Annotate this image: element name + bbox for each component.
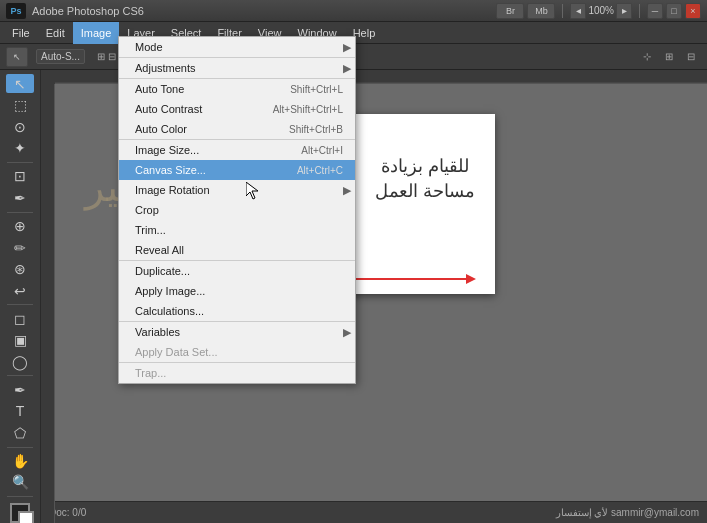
canvas-size-shortcut: Alt+Ctrl+C [297,165,343,176]
zoom-level: 100% [588,5,614,16]
status-bar: Doc: 0/0 sammir@ymail.com لأي إستفسار [41,501,707,523]
tool-marquee[interactable]: ⬚ [6,95,34,114]
auto-tone-label: Auto Tone [135,83,184,95]
tool-eraser[interactable]: ◻ [6,309,34,328]
menu-item-canvas-size[interactable]: Canvas Size... Alt+Ctrl+C [119,160,355,180]
menu-item-auto-contrast[interactable]: Auto Contrast Alt+Shift+Ctrl+L [119,99,355,119]
canvas-text-line1: للقيام بزيادة [375,154,475,179]
menu-image[interactable]: Image [73,22,120,44]
tool-magic-wand[interactable]: ✦ [6,138,34,157]
ext-buttons: Br Mb ◂ 100% ▸ ─ □ × [496,3,701,19]
tool-gradient[interactable]: ▣ [6,330,34,349]
top-icons: ⊹ ⊞ ⊟ [637,48,701,66]
mode-arrow-icon: ▶ [343,41,351,54]
canvas-arabic-text: للقيام بزيادة مساحة العمل [375,154,475,204]
tool-brush[interactable]: ✏ [6,238,34,257]
window-close[interactable]: × [685,3,701,19]
foreground-color[interactable] [10,503,30,523]
menu-item-auto-color[interactable]: Auto Color Shift+Ctrl+B [119,119,355,139]
tool-text[interactable]: T [6,402,34,421]
auto-tone-shortcut: Shift+Ctrl+L [290,84,343,95]
menu-item-adjustments-label: Adjustments [135,62,196,74]
background-color[interactable] [18,511,34,523]
menu-item-trim[interactable]: Trim... [119,220,355,240]
menu-item-crop[interactable]: Crop [119,200,355,220]
image-rotation-arrow-icon: ▶ [343,184,351,197]
menu-file[interactable]: File [4,22,38,44]
tool-separator-5 [7,447,33,448]
menu-section-auto: Auto Tone Shift+Ctrl+L Auto Contrast Alt… [119,79,355,140]
tool-heal[interactable]: ⊕ [6,216,34,235]
menu-item-mode[interactable]: Mode ▶ [119,37,355,57]
auto-select-label: Auto-S... [36,49,85,64]
minibrige-button[interactable]: Mb [527,3,555,19]
image-size-shortcut: Alt+Ctrl+I [301,145,343,156]
zoom-in-button[interactable]: ▸ [616,3,632,19]
auto-contrast-label: Auto Contrast [135,103,202,115]
tool-lasso[interactable]: ⊙ [6,117,34,136]
ruler-corner [41,70,55,84]
zoom-control: ◂ 100% ▸ [570,3,632,19]
canvas-size-label: Canvas Size... [135,164,206,176]
tool-clone[interactable]: ⊛ [6,259,34,278]
move-tool-options[interactable]: ↖ [6,47,28,67]
tool-separator-3 [7,304,33,305]
image-size-label: Image Size... [135,144,199,156]
window-minimize[interactable]: ─ [647,3,663,19]
menu-edit[interactable]: Edit [38,22,73,44]
tool-shape[interactable]: ⬠ [6,423,34,442]
variables-arrow-icon: ▶ [343,326,351,339]
zoom-out-button[interactable]: ◂ [570,3,586,19]
menu-section-operations: Duplicate... Apply Image... Calculations… [119,261,355,322]
tool-history-brush[interactable]: ↩ [6,281,34,300]
menu-item-duplicate[interactable]: Duplicate... [119,261,355,281]
auto-color-shortcut: Shift+Ctrl+B [289,124,343,135]
menu-item-apply-data: Apply Data Set... [119,342,355,362]
duplicate-label: Duplicate... [135,265,190,277]
tool-crop[interactable]: ⊡ [6,167,34,186]
ps-logo: Ps [6,3,26,19]
tool-separator-2 [7,212,33,213]
menu-item-adjustments[interactable]: Adjustments ▶ [119,58,355,78]
menu-section-adjustments: Adjustments ▶ [119,58,355,79]
menu-section-mode: Mode ▶ [119,37,355,58]
apply-image-label: Apply Image... [135,285,205,297]
menu-item-calculations[interactable]: Calculations... [119,301,355,321]
tool-separator-4 [7,375,33,376]
canvas-text-line2: مساحة العمل [375,179,475,204]
tool-separator-6 [7,496,33,497]
bridge-button[interactable]: Br [496,3,524,19]
tool-zoom[interactable]: 🔍 [6,473,34,492]
menu-item-auto-tone[interactable]: Auto Tone Shift+Ctrl+L [119,79,355,99]
reveal-all-label: Reveal All [135,244,184,256]
status-right-text: sammir@ymail.com لأي إستفسار [556,507,700,518]
window-maximize[interactable]: □ [666,3,682,19]
image-rotation-label: Image Rotation [135,184,210,196]
menu-item-trap: Trap... [119,363,355,383]
tool-dodge[interactable]: ◯ [6,352,34,371]
ruler-vertical [41,84,55,523]
menu-item-reveal-all[interactable]: Reveal All [119,240,355,260]
menu-item-variables[interactable]: Variables ▶ [119,322,355,342]
sidebar-toolbar: ↖ ⬚ ⊙ ✦ ⊡ ✒ ⊕ ✏ ⊛ ↩ ◻ ▣ ◯ ✒ T ⬠ ✋ 🔍 [0,70,41,523]
ruler-icon[interactable]: ⊹ [637,48,657,66]
adjustments-arrow-icon: ▶ [343,62,351,75]
contact-text: sammir@ymail.com لأي إستفسار [556,507,700,518]
menu-item-mode-label: Mode [135,41,163,53]
guides-icon[interactable]: ⊞ [659,48,679,66]
calculations-label: Calculations... [135,305,204,317]
trap-label: Trap... [135,367,166,379]
tool-hand[interactable]: ✋ [6,451,34,470]
menu-section-trap: Trap... [119,363,355,383]
menu-section-variables: Variables ▶ Apply Data Set... [119,322,355,363]
menu-item-image-rotation[interactable]: Image Rotation ▶ [119,180,355,200]
tool-eyedropper[interactable]: ✒ [6,188,34,207]
tool-pen[interactable]: ✒ [6,380,34,399]
snap-icon[interactable]: ⊟ [681,48,701,66]
menu-item-apply-image[interactable]: Apply Image... [119,281,355,301]
image-dropdown-menu: Mode ▶ Adjustments ▶ Auto Tone Shift+Ctr… [118,36,356,384]
variables-label: Variables [135,326,180,338]
tool-move[interactable]: ↖ [6,74,34,93]
menu-item-image-size[interactable]: Image Size... Alt+Ctrl+I [119,140,355,160]
auto-contrast-shortcut: Alt+Shift+Ctrl+L [273,104,343,115]
